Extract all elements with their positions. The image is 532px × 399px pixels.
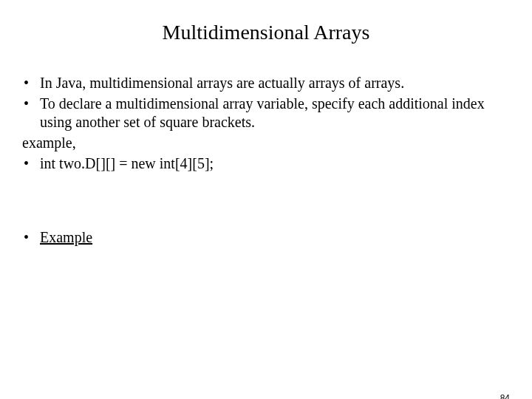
- bullet-item: • In Java, multidimensional arrays are a…: [22, 74, 502, 92]
- slide-body: • In Java, multidimensional arrays are a…: [0, 74, 532, 247]
- bullet-item: • int two.D[][] = new int[4][5];: [22, 154, 502, 173]
- spacer: [22, 175, 502, 228]
- bullet-dot-icon: •: [22, 228, 40, 247]
- example-label: example,: [22, 134, 502, 152]
- bullet-text: To declare a multidimensional array vari…: [40, 95, 502, 132]
- bullet-item: • Example: [22, 228, 502, 247]
- bullet-dot-icon: •: [22, 154, 40, 173]
- bullet-link[interactable]: Example: [40, 228, 502, 247]
- bullet-item: • To declare a multidimensional array va…: [22, 95, 502, 132]
- bullet-dot-icon: •: [22, 95, 40, 113]
- bullet-text: int two.D[][] = new int[4][5];: [40, 154, 502, 173]
- slide-title: Multidimensional Arrays: [0, 21, 532, 44]
- bullet-text: In Java, multidimensional arrays are act…: [40, 74, 502, 92]
- bullet-dot-icon: •: [22, 74, 40, 92]
- page-number: 84: [500, 393, 510, 399]
- example-link[interactable]: Example: [40, 229, 92, 245]
- slide: Multidimensional Arrays • In Java, multi…: [0, 21, 532, 399]
